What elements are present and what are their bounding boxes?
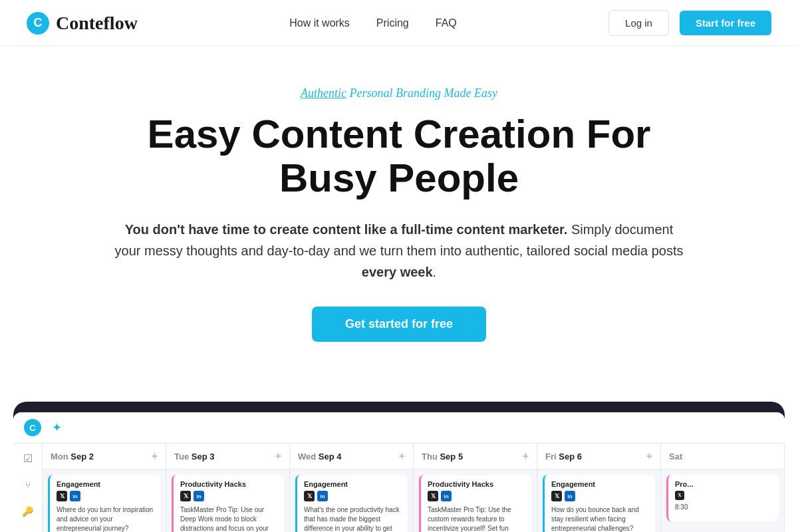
- add-tue-icon[interactable]: +: [275, 450, 281, 462]
- hero-section: Authentic Personal Branding Made Easy Ea…: [0, 47, 798, 368]
- dashboard-body: ☑ ⑂ 🔑 📋 Mon Sep 2 + Tue Sep 3 +: [13, 444, 785, 532]
- dashboard-top-icon: ✦: [52, 420, 62, 435]
- x-icon: 𝕏: [304, 491, 315, 501]
- dashboard-topbar: C ✦: [13, 412, 785, 444]
- linkedin-icon: in: [194, 491, 204, 501]
- nav-link-faq[interactable]: FAQ: [436, 17, 457, 29]
- subtitle-end: .: [433, 265, 437, 279]
- cal-header-fri: Fri Sep 6 +: [537, 444, 661, 469]
- cal-header-mon: Mon Sep 2 +: [43, 444, 166, 469]
- calendar-body: Engagement 𝕏 in Where do you turn for in…: [43, 469, 785, 532]
- hero-title: Easy Content Creation For Busy People: [100, 112, 698, 200]
- logo-text: Conteflow: [56, 13, 138, 34]
- hero-subtitle: You don't have time to create content li…: [113, 219, 685, 283]
- cal-card-engagement-mon[interactable]: Engagement 𝕏 in Where do you turn for in…: [48, 475, 160, 532]
- cal-card-sat[interactable]: Pro... 𝕏 8:30: [666, 475, 779, 521]
- add-mon-icon[interactable]: +: [152, 450, 158, 462]
- tagline-part1: Authentic: [301, 86, 346, 100]
- cal-card-productivity-tue[interactable]: Productivity Hacks 𝕏 in TaskMaster Pro T…: [172, 475, 284, 532]
- cal-col-fri: Engagement 𝕏 in How do you bounce back a…: [537, 469, 661, 532]
- x-icon: 𝕏: [675, 491, 684, 500]
- dashboard-preview: C ✦ ☑ ⑂ 🔑 📋 Mon Sep 2 +: [13, 402, 785, 532]
- x-icon: 𝕏: [428, 491, 438, 501]
- cal-col-thu: Productivity Hacks 𝕏 in TaskMaster Pro T…: [414, 469, 537, 532]
- cal-col-tue: Productivity Hacks 𝕏 in TaskMaster Pro T…: [166, 469, 290, 532]
- hero-tagline: Authentic Personal Branding Made Easy: [27, 86, 771, 100]
- cal-col-wed: Engagement 𝕏 in What's the one productiv…: [290, 469, 414, 532]
- logo: C Conteflow: [27, 12, 138, 35]
- cal-col-sat: Pro... 𝕏 8:30: [661, 469, 785, 532]
- linkedin-icon: in: [565, 491, 575, 501]
- login-button[interactable]: Log in: [608, 10, 669, 36]
- sidebar-icon-branch: ⑂: [21, 478, 35, 491]
- x-icon: 𝕏: [57, 491, 67, 501]
- linkedin-icon: in: [441, 491, 452, 501]
- dashboard-sidebar: ☑ ⑂ 🔑 📋: [13, 444, 43, 532]
- add-thu-icon[interactable]: +: [523, 450, 529, 462]
- nav-links: How it works Pricing FAQ: [289, 17, 457, 29]
- subtitle-bold2: every week: [362, 265, 433, 279]
- linkedin-icon: in: [70, 491, 80, 501]
- navbar: C Conteflow How it works Pricing FAQ Log…: [0, 0, 798, 47]
- calendar-main: Mon Sep 2 + Tue Sep 3 + Wed Sep 4 + Thu …: [43, 444, 785, 532]
- calendar-header: Mon Sep 2 + Tue Sep 3 + Wed Sep 4 + Thu …: [43, 444, 785, 469]
- cal-card-engagement-wed[interactable]: Engagement 𝕏 in What's the one productiv…: [295, 475, 408, 532]
- nav-actions: Log in Start for free: [608, 10, 771, 36]
- cal-header-sat: Sat: [661, 444, 785, 469]
- dashboard-logo: C: [24, 419, 41, 436]
- subtitle-bold: You don't have time to create content li…: [125, 222, 568, 237]
- linkedin-icon: in: [317, 491, 328, 501]
- cal-col-mon: Engagement 𝕏 in Where do you turn for in…: [43, 469, 166, 532]
- dashboard-inner: C ✦ ☑ ⑂ 🔑 📋 Mon Sep 2 +: [13, 412, 785, 532]
- x-icon: 𝕏: [180, 491, 191, 501]
- start-for-free-button[interactable]: Start for free: [680, 11, 771, 35]
- nav-link-how-it-works[interactable]: How it works: [289, 17, 350, 29]
- add-fri-icon[interactable]: +: [646, 450, 652, 462]
- sidebar-icon-key: 🔑: [21, 505, 35, 518]
- cal-card-productivity-thu[interactable]: Productivity Hacks 𝕏 in TaskMaster Pro T…: [419, 475, 531, 532]
- add-wed-icon[interactable]: +: [399, 450, 405, 462]
- cal-card-engagement-fri[interactable]: Engagement 𝕏 in How do you bounce back a…: [543, 475, 655, 532]
- tagline-part2: Personal Branding Made Easy: [346, 86, 497, 100]
- cal-header-wed: Wed Sep 4 +: [290, 444, 414, 469]
- sidebar-icon-check: ☑: [21, 452, 35, 465]
- x-icon: 𝕏: [551, 491, 562, 501]
- get-started-button[interactable]: Get started for free: [312, 307, 486, 342]
- cal-header-thu: Thu Sep 5 +: [414, 444, 537, 469]
- nav-link-pricing[interactable]: Pricing: [376, 17, 409, 29]
- logo-icon: C: [27, 12, 49, 35]
- cal-header-tue: Tue Sep 3 +: [166, 444, 290, 469]
